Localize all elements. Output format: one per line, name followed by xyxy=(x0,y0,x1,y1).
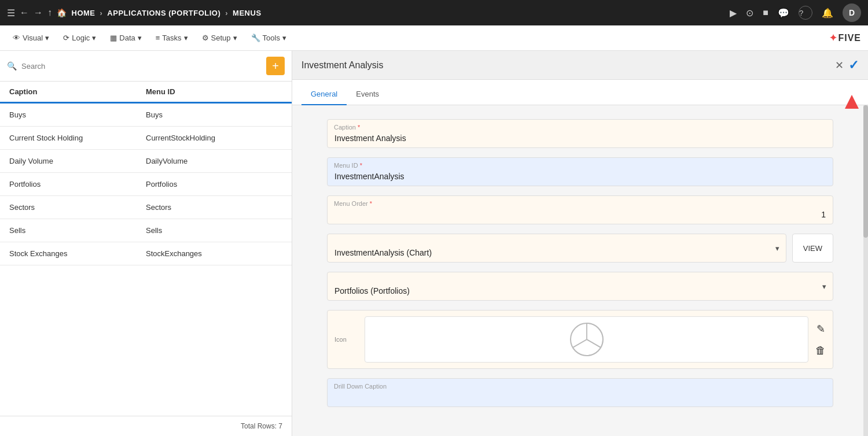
tab-events[interactable]: Events xyxy=(347,84,388,105)
tab-general[interactable]: General xyxy=(301,84,347,105)
confirm-button[interactable]: ✓ xyxy=(848,58,859,73)
close-button[interactable]: ✕ xyxy=(835,59,844,72)
scrollbar-thumb[interactable] xyxy=(863,105,868,238)
table-row[interactable]: Daily Volume DailyVolume xyxy=(0,150,292,173)
setup-icon: ⚙ xyxy=(202,34,209,42)
visual-menu-button[interactable]: 👁 Visual ▾ xyxy=(7,30,55,46)
back-icon: ← xyxy=(20,8,29,18)
help-button[interactable]: ? xyxy=(799,6,812,20)
icon-actions: ✎ 🗑 xyxy=(815,323,826,357)
caption-field-wrapper: Caption * xyxy=(327,119,833,148)
data-icon: ▦ xyxy=(110,34,117,42)
breadcrumb-menus: MENUS xyxy=(233,9,261,17)
pie-chart-icon xyxy=(569,322,604,357)
caption-input[interactable] xyxy=(327,119,833,148)
view-button[interactable]: VIEW xyxy=(792,234,833,263)
add-button[interactable]: + xyxy=(266,57,285,75)
icon-field-wrapper: Icon xyxy=(327,310,833,369)
five-logo-area: ✦ FIVE xyxy=(829,32,861,43)
setup-chevron-icon: ▾ xyxy=(233,34,237,42)
icon-area: Icon xyxy=(327,310,833,369)
play-button[interactable]: ▶ xyxy=(730,8,737,19)
parent-menu-select[interactable]: Portfolios (Portfolios) xyxy=(327,272,833,301)
chat-icon: 💬 xyxy=(778,8,789,19)
up-button[interactable]: ↑ xyxy=(47,8,52,18)
data-chevron-icon: ▾ xyxy=(138,34,142,42)
table-row[interactable]: Current Stock Holding CurrentStockHoldin… xyxy=(0,127,292,150)
breadcrumb: 🏠 HOME › APPLICATIONS (PORTFOLIO) › MENU… xyxy=(57,8,262,17)
right-header-actions: ✕ ✓ xyxy=(835,58,859,73)
setup-menu-button[interactable]: ⚙ Setup ▾ xyxy=(196,30,243,46)
search-input[interactable] xyxy=(21,62,262,71)
breadcrumb-sep-1: › xyxy=(100,9,103,17)
tasks-menu-button[interactable]: ≡ Tasks ▾ xyxy=(150,30,194,46)
row-menu-id: StockExchanges xyxy=(146,249,282,258)
forward-button[interactable]: → xyxy=(34,8,43,18)
notification-button[interactable]: 🔔 xyxy=(822,8,833,19)
table-footer: Total Rows: 7 xyxy=(0,416,292,436)
delete-icon-button[interactable]: 🗑 xyxy=(815,345,826,357)
col-caption-header: Caption xyxy=(9,87,146,96)
table-row[interactable]: Buys Buys xyxy=(0,104,292,127)
table-row[interactable]: Sells Sells xyxy=(0,219,292,242)
data-menu-button[interactable]: ▦ Data ▾ xyxy=(104,30,147,46)
action-row: InvestmentAnalysis (Chart) ▾ VIEW xyxy=(327,234,833,263)
tasks-chevron-icon: ▾ xyxy=(184,34,188,42)
back-button[interactable]: ← xyxy=(20,8,29,18)
hamburger-menu-button[interactable]: ☰ xyxy=(7,8,15,19)
action-select[interactable]: InvestmentAnalysis (Chart) xyxy=(327,234,786,263)
logic-chevron-icon: ▾ xyxy=(92,34,96,42)
svg-line-4 xyxy=(572,339,586,348)
edit-icon-button[interactable]: ✎ xyxy=(816,323,825,335)
logic-icon: ⟳ xyxy=(63,34,69,42)
total-rows-label: Total Rows: 7 xyxy=(241,422,282,430)
menu-id-input[interactable] xyxy=(327,157,833,186)
table-row[interactable]: Sectors Sectors xyxy=(0,196,292,219)
icon-preview xyxy=(365,316,808,363)
row-caption: Sells xyxy=(9,226,146,235)
tools-menu-button[interactable]: 🔧 Tools ▾ xyxy=(245,30,292,46)
row-menu-id: Portfolios xyxy=(146,180,282,189)
five-logo-icon: ✦ xyxy=(829,32,837,43)
search-button[interactable]: ⊙ xyxy=(746,8,753,19)
hamburger-icon: ☰ xyxy=(7,8,15,19)
secondary-toolbar: 👁 Visual ▾ ⟳ Logic ▾ ▦ Data ▾ ≡ Tasks ▾ … xyxy=(0,25,868,51)
home-icon: 🏠 xyxy=(57,8,67,17)
top-nav: ☰ ← → ↑ 🏠 HOME › APPLICATIONS (PORTFOLIO… xyxy=(0,0,868,25)
tools-icon: 🔧 xyxy=(251,34,260,42)
up-icon: ↑ xyxy=(47,8,52,18)
stop-button[interactable]: ■ xyxy=(763,8,768,18)
icon-label: Icon xyxy=(334,336,358,343)
right-panel-header: Investment Analysis ✕ ✓ xyxy=(292,51,868,80)
tasks-icon: ≡ xyxy=(156,34,160,42)
table-row[interactable]: Stock Exchanges StockExchanges xyxy=(0,242,292,265)
search-icon: ⊙ xyxy=(746,8,753,19)
home-label: HOME xyxy=(72,9,95,17)
avatar[interactable]: D xyxy=(843,3,861,22)
breadcrumb-sep-2: › xyxy=(225,9,228,17)
table-row[interactable]: Portfolios Portfolios xyxy=(0,173,292,196)
menu-order-input[interactable] xyxy=(327,195,833,224)
left-panel: 🔍 + Caption Menu ID Buys Buys Current St… xyxy=(0,51,292,436)
tools-chevron-icon: ▾ xyxy=(282,34,286,42)
right-panel: Investment Analysis ✕ ✓ General Events xyxy=(292,51,868,436)
help-icon: ? xyxy=(799,9,803,17)
logic-menu-button[interactable]: ⟳ Logic ▾ xyxy=(57,30,102,46)
top-nav-left: ☰ ← → ↑ 🏠 HOME › APPLICATIONS (PORTFOLIO… xyxy=(7,8,262,19)
row-menu-id: Buys xyxy=(146,110,282,119)
row-menu-id: DailyVolume xyxy=(146,157,282,165)
row-caption: Portfolios xyxy=(9,180,146,189)
row-menu-id: Sells xyxy=(146,226,282,235)
right-panel-title: Investment Analysis xyxy=(301,60,383,71)
breadcrumb-app[interactable]: APPLICATIONS (PORTFOLIO) xyxy=(107,9,220,17)
row-caption: Daily Volume xyxy=(9,157,146,165)
main-layout: 🔍 + Caption Menu ID Buys Buys Current St… xyxy=(0,51,868,436)
play-icon: ▶ xyxy=(730,8,737,19)
action-field-wrapper: Action InvestmentAnalysis (Chart) ▾ VIEW xyxy=(327,234,833,263)
drill-down-input[interactable] xyxy=(327,378,833,407)
bell-icon: 🔔 xyxy=(822,8,833,19)
chat-button[interactable]: 💬 xyxy=(778,8,789,19)
row-caption: Stock Exchanges xyxy=(9,249,146,258)
visual-chevron-icon: ▾ xyxy=(45,34,49,42)
toolbar-left: 👁 Visual ▾ ⟳ Logic ▾ ▦ Data ▾ ≡ Tasks ▾ … xyxy=(7,30,292,46)
